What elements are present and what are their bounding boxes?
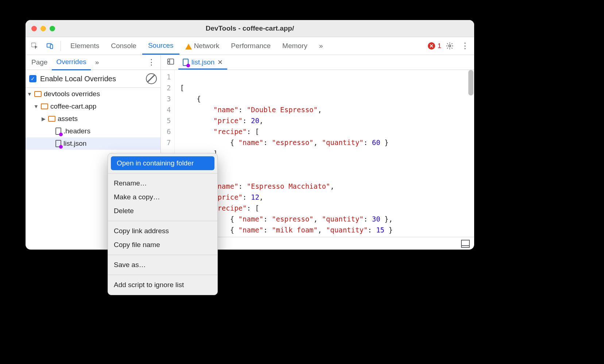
- tab-console[interactable]: Console: [105, 37, 142, 55]
- editor-tab-listjson[interactable]: list.json ✕: [178, 56, 227, 70]
- file-icon: [55, 140, 61, 147]
- scrollbar-thumb[interactable]: [468, 70, 473, 95]
- more-panels-button[interactable]: »: [313, 37, 329, 55]
- tab-performance[interactable]: Performance: [225, 37, 276, 55]
- file-icon: [183, 59, 189, 66]
- console-drawer-icon[interactable]: [461, 240, 470, 248]
- error-count: 1: [437, 42, 441, 50]
- tree-listjson-file[interactable]: list.json: [26, 137, 160, 150]
- chevron-down-icon: ▼: [34, 103, 39, 109]
- menu-open-in-folder[interactable]: Open in containing folder: [111, 156, 214, 170]
- editor-tab-label: list.json: [191, 58, 214, 66]
- tab-network-label: Network: [194, 42, 220, 50]
- close-tab-icon[interactable]: ✕: [217, 58, 223, 66]
- file-icon: [55, 128, 61, 135]
- main-toolbar: Elements Console Sources Network Perform…: [26, 37, 474, 55]
- devtools-window: DevTools - coffee-cart.app/ Elements Con…: [26, 20, 474, 250]
- titlebar: DevTools - coffee-cart.app/: [26, 20, 474, 37]
- tree-root-label: devtools overrides: [44, 90, 100, 98]
- enable-overrides-row: ✓ Enable Local Overrides: [26, 70, 160, 88]
- subtab-page[interactable]: Page: [27, 55, 52, 70]
- kebab-menu-icon[interactable]: ⋮: [458, 37, 472, 55]
- menu-rename[interactable]: Rename…: [108, 176, 217, 190]
- tree-domain-label: coffee-cart.app: [50, 102, 96, 110]
- toggle-navigator-icon[interactable]: [163, 55, 178, 70]
- tree-assets-folder[interactable]: ▶ assets: [26, 113, 160, 125]
- panel-tabs: Elements Console Sources Network Perform…: [65, 37, 329, 55]
- warning-icon: [185, 44, 192, 50]
- tab-elements[interactable]: Elements: [65, 37, 105, 55]
- inspect-element-icon[interactable]: [28, 37, 42, 55]
- error-count-badge[interactable]: ✕ 1: [428, 42, 441, 50]
- svg-rect-2: [50, 44, 53, 48]
- menu-ignore-list[interactable]: Add script to ignore list: [108, 278, 217, 292]
- tree-domain-folder[interactable]: ▼ coffee-cart.app: [26, 100, 160, 113]
- tab-network[interactable]: Network: [179, 37, 225, 55]
- tree-headers-file[interactable]: .headers: [26, 125, 160, 137]
- subtab-more[interactable]: »: [91, 55, 104, 70]
- window-title: DevTools - coffee-cart.app/: [26, 24, 474, 32]
- menu-save-as[interactable]: Save as…: [108, 258, 217, 272]
- tree-assets-label: assets: [58, 115, 78, 123]
- folder-icon: [48, 116, 55, 122]
- tab-memory[interactable]: Memory: [276, 37, 313, 55]
- tree-listjson-label: list.json: [63, 140, 86, 148]
- error-icon: ✕: [428, 42, 435, 50]
- navigator-menu-icon[interactable]: ⋮: [144, 58, 159, 67]
- menu-delete[interactable]: Delete: [108, 204, 217, 218]
- svg-point-3: [449, 45, 451, 47]
- enable-overrides-checkbox[interactable]: ✓: [29, 75, 36, 82]
- editor-tabs: list.json ✕: [161, 55, 474, 70]
- chevron-right-icon: ▶: [41, 116, 46, 122]
- enable-overrides-label: Enable Local Overrides: [40, 75, 116, 83]
- chevron-down-icon: ▼: [27, 91, 32, 97]
- tree-headers-label: .headers: [63, 127, 90, 135]
- folder-icon: [41, 103, 48, 109]
- tab-sources[interactable]: Sources: [142, 37, 179, 55]
- context-menu: Open in containing folder Rename… Make a…: [108, 153, 218, 295]
- clear-overrides-icon[interactable]: [146, 73, 157, 84]
- folder-icon: [34, 91, 42, 97]
- menu-copy-link[interactable]: Copy link address: [108, 224, 217, 238]
- subtab-overrides[interactable]: Overrides: [52, 55, 90, 70]
- tree-root-folder[interactable]: ▼ devtools overrides: [26, 88, 160, 100]
- device-toolbar-icon[interactable]: [43, 37, 57, 55]
- menu-make-copy[interactable]: Make a copy…: [108, 190, 217, 204]
- menu-copy-name[interactable]: Copy file name: [108, 238, 217, 252]
- settings-gear-icon[interactable]: [443, 37, 457, 55]
- navigator-subtabs: Page Overrides » ⋮: [26, 55, 160, 70]
